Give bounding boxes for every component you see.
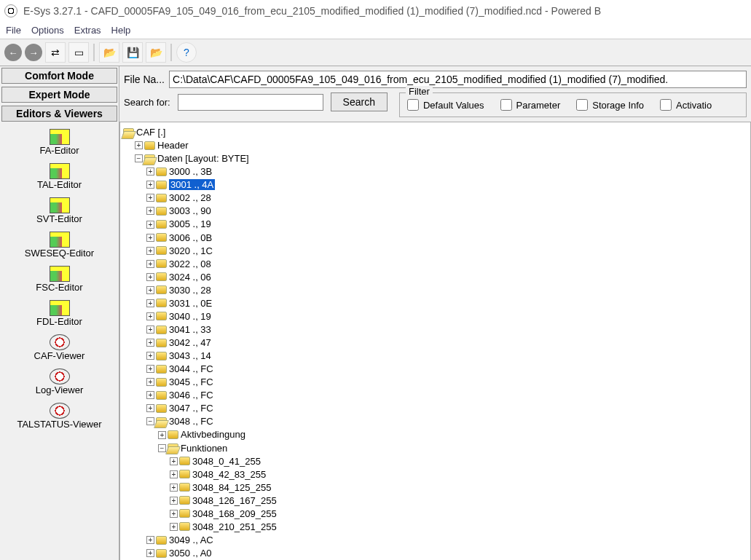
tree-label[interactable]: 3045 ., FC <box>169 376 213 387</box>
editor-fa-editor[interactable]: FA-Editor <box>0 126 119 160</box>
tree-toggle-icon[interactable]: + <box>158 431 166 439</box>
tree-label[interactable]: 3048_84_125_255 <box>192 482 271 493</box>
tree-node[interactable]: −Funktionen+3048_0_41_255+3048_42_83_255… <box>158 441 749 533</box>
tree-label[interactable]: 3041 ., 33 <box>169 324 211 335</box>
tree-node[interactable]: +3044 ., FC <box>146 362 749 375</box>
editor-talstatus-viewer[interactable]: TALSTATUS-Viewer <box>0 400 119 434</box>
editor-caf-viewer[interactable]: CAF-Viewer <box>0 331 119 366</box>
tree-label[interactable]: 3006 ., 0B <box>169 232 212 243</box>
tree-label[interactable]: 3048_0_41_255 <box>192 456 261 467</box>
tree-node[interactable]: +3050 ., A0 <box>146 546 749 559</box>
tree-toggle-icon[interactable]: + <box>146 194 154 202</box>
mode-editors[interactable]: Editors & Viewers <box>1 106 117 122</box>
tree-label[interactable]: Daten [Layout: BYTE] <box>157 153 249 164</box>
tool-icon[interactable]: ▭ <box>68 42 89 63</box>
tree-toggle-icon[interactable]: + <box>146 549 154 557</box>
tree-label[interactable]: 3001 ., 4A <box>169 179 215 190</box>
tree-toggle-icon[interactable]: + <box>170 523 178 531</box>
tree-node[interactable]: +3049 ., AC <box>146 533 749 546</box>
menu-file[interactable]: File <box>6 25 21 36</box>
tree-toggle-icon[interactable]: + <box>135 141 143 149</box>
editor-log-viewer[interactable]: Log-Viewer <box>0 366 119 400</box>
tree-toggle-icon[interactable]: + <box>170 497 178 505</box>
tree-node[interactable]: +Header <box>135 138 749 151</box>
tree-toggle-icon[interactable]: + <box>146 286 154 294</box>
tree-toggle-icon[interactable]: − <box>158 444 166 452</box>
tree-toggle-icon[interactable]: + <box>146 167 154 176</box>
tree-node[interactable]: +3047 ., FC <box>146 401 749 414</box>
tree-label[interactable]: Aktivbedingung <box>181 430 245 441</box>
checkbox-icon[interactable] <box>500 99 512 111</box>
checkbox-icon[interactable] <box>407 99 419 111</box>
tree-toggle-icon[interactable]: + <box>146 391 154 399</box>
tree-node[interactable]: +3024 ., 06 <box>146 270 749 283</box>
tree-node[interactable]: +3031 ., 0E <box>146 296 749 309</box>
filter-check-default-values[interactable]: Default Values <box>407 99 484 111</box>
tree-toggle-icon[interactable]: + <box>146 221 154 229</box>
editor-fsc-editor[interactable]: FSC-Editor <box>0 263 119 297</box>
tree-toggle-icon[interactable]: + <box>146 207 154 215</box>
tree-view[interactable]: CAF [.]+Header−Daten [Layout: BYTE]+3000… <box>119 122 751 560</box>
tree-label[interactable]: 3022 ., 08 <box>169 259 211 269</box>
filename-input[interactable] <box>169 71 747 88</box>
tree-toggle-icon[interactable]: + <box>146 181 154 189</box>
tree-node[interactable]: +3048_42_83_255 <box>170 468 749 481</box>
tree-label[interactable]: 3040 ., 19 <box>169 311 211 322</box>
tree-node[interactable]: +3000 ., 3B <box>146 165 749 178</box>
editor-sweseq-editor[interactable]: SWESEQ-Editor <box>0 229 119 263</box>
menu-options[interactable]: Options <box>31 25 64 36</box>
checkbox-icon[interactable] <box>576 99 588 111</box>
back-icon[interactable]: ← <box>4 44 22 61</box>
editor-svt-editor[interactable]: SVT-Editor <box>0 194 119 229</box>
tree-label[interactable]: 3030 ., 28 <box>169 285 211 296</box>
filter-check-storage-info[interactable]: Storage Info <box>576 99 644 111</box>
filter-check-activatio[interactable]: Activatio <box>660 99 712 111</box>
tree-label[interactable]: Header <box>157 140 189 151</box>
tree-node[interactable]: +3002 ., 28 <box>146 191 749 204</box>
tree-toggle-icon[interactable]: − <box>135 154 143 162</box>
tree-node[interactable]: −Daten [Layout: BYTE]+3000 ., 3B+3001 .,… <box>135 151 749 560</box>
tree-label[interactable]: 3048_168_209_255 <box>192 508 277 519</box>
tree-toggle-icon[interactable]: + <box>146 404 154 412</box>
tree-label[interactable]: Funktionen <box>181 443 227 454</box>
tree-label[interactable]: CAF [.] <box>136 127 165 138</box>
tree-node[interactable]: +3001 ., 4A <box>146 178 749 191</box>
tree-node[interactable]: +Aktivbedingung <box>158 427 749 441</box>
tree-node[interactable]: +3048_168_209_255 <box>170 507 749 520</box>
tree-label[interactable]: 3000 ., 3B <box>169 166 212 177</box>
tree-node[interactable]: +3043 ., 14 <box>146 349 749 362</box>
tree-toggle-icon[interactable]: + <box>146 273 154 281</box>
tree-label[interactable]: 3047 ., FC <box>169 403 213 414</box>
tree-toggle-icon[interactable]: + <box>146 536 154 544</box>
tree-toggle-icon[interactable]: − <box>146 417 154 425</box>
tree-label[interactable]: 3031 ., 0E <box>169 298 212 309</box>
tree-label[interactable]: 3048_126_167_255 <box>192 495 277 506</box>
tree-toggle-icon[interactable]: + <box>170 470 178 478</box>
tree-label[interactable]: 3020 ., 1C <box>169 245 213 256</box>
editor-fdl-editor[interactable]: FDL-Editor <box>0 297 119 331</box>
tree-toggle-icon[interactable]: + <box>170 510 178 518</box>
tree-label[interactable]: 3050 ., A0 <box>169 548 212 559</box>
tree-node[interactable]: +3041 ., 33 <box>146 323 749 336</box>
tree-node[interactable]: +3040 ., 19 <box>146 309 749 323</box>
tree-toggle-icon[interactable]: + <box>146 260 154 268</box>
menu-help[interactable]: Help <box>111 25 131 36</box>
tree-node[interactable]: +3006 ., 0B <box>146 231 749 244</box>
tree-node[interactable]: +3020 ., 1C <box>146 244 749 257</box>
tree-label[interactable]: 3042 ., 47 <box>169 337 211 348</box>
tree-toggle-icon[interactable]: + <box>170 484 178 492</box>
tree-node[interactable]: +3045 ., FC <box>146 375 749 388</box>
forward-icon[interactable]: → <box>25 44 42 61</box>
tree-node[interactable]: +3003 ., 90 <box>146 204 749 217</box>
tree-node[interactable]: +3048_84_125_255 <box>170 481 749 494</box>
tree-node[interactable]: +3005 ., 19 <box>146 217 749 230</box>
mode-comfort[interactable]: Comfort Mode <box>1 68 117 84</box>
checkbox-icon[interactable] <box>660 99 672 111</box>
menu-extras[interactable]: Extras <box>74 25 101 36</box>
tree-node[interactable]: −3048 ., FC+Aktivbedingung−Funktionen+30… <box>146 414 749 533</box>
tree-node[interactable]: +3030 ., 28 <box>146 283 749 296</box>
editor-tal-editor[interactable]: TAL-Editor <box>0 160 119 194</box>
help-icon[interactable]: ? <box>176 42 197 63</box>
tree-label[interactable]: 3048 ., FC <box>169 416 213 427</box>
tree-toggle-icon[interactable]: + <box>146 365 154 373</box>
